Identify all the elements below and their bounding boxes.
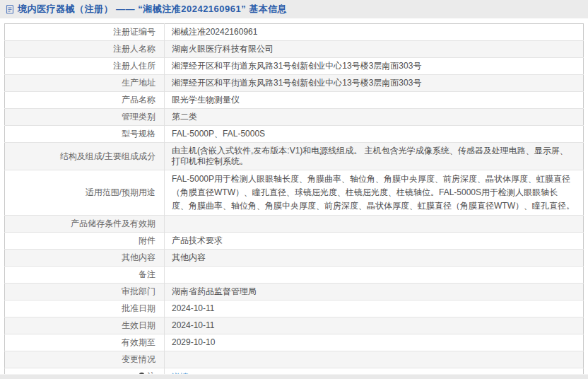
row-value: 湖南省药品监督管理局	[172, 286, 257, 296]
row-label-cell: 有效期至	[5, 334, 165, 351]
row-value: 2024-10-11	[172, 303, 215, 313]
row-value-cell: 2024-10-11	[165, 301, 584, 317]
row-label-cell: 结构及组成/主要组成成分	[5, 143, 165, 170]
row-value-cell: 湘械注准20242160961	[165, 24, 584, 41]
row-value: 其他内容	[172, 252, 206, 262]
row-value: 第二类	[172, 112, 197, 122]
row-value: 2029-10-10	[172, 337, 215, 347]
row-label-cell: 注册证编号	[5, 24, 165, 41]
row-label: 结构及组成/主要组成成分	[60, 151, 155, 161]
row-value-cell: 产品技术要求	[165, 233, 584, 250]
row-label: 有效期至	[122, 337, 155, 347]
row-value: 湘械注准20242160961	[172, 27, 257, 37]
row-label-cell: 变更情况	[5, 351, 165, 368]
table-row: 其他内容其他内容	[5, 250, 584, 267]
table-row: 附件产品技术要求	[5, 233, 584, 250]
row-label-cell: 附件	[5, 233, 165, 250]
row-value: 眼光学生物测量仪	[172, 95, 240, 105]
row-label-cell: 其他内容	[5, 250, 165, 267]
row-label: 备注	[139, 269, 155, 279]
row-value-cell: 第二类	[165, 109, 584, 126]
row-label: 注册人住所	[113, 61, 155, 71]
row-label: 生产地址	[122, 78, 155, 88]
table-row: 适用范围/预期用途FAL-5000P用于检测人眼眼轴长度、角膜曲率、轴位角、角膜…	[5, 170, 584, 216]
table-row: 型号规格FAL-5000P、FAL-5000S	[5, 126, 584, 143]
row-label-cell: 生产地址	[5, 75, 165, 92]
row-label: 注册证编号	[113, 27, 155, 37]
row-label: 产品储存条件及有效期	[71, 218, 155, 228]
row-value-cell: FAL-5000P、FAL-5000S	[165, 126, 584, 143]
row-value: 产品技术要求	[172, 235, 223, 245]
row-value: 湘潭经开区和平街道东风路31号创新创业中心13号楼3层南面303号	[172, 61, 421, 71]
table-row: 注册人住所湘潭经开区和平街道东风路31号创新创业中心13号楼3层南面303号	[5, 58, 584, 75]
row-value-cell: 其他内容	[165, 250, 584, 267]
row-label-cell: 管理类别	[5, 109, 165, 126]
row-label: 附件	[139, 235, 155, 245]
table-row: 注册证编号湘械注准20242160961	[5, 24, 584, 41]
row-value-cell: 2029-10-10	[165, 334, 584, 351]
row-value-cell: 眼光学生物测量仪	[165, 92, 584, 109]
table-row: 变更情况	[5, 351, 584, 368]
row-value-cell	[165, 351, 584, 368]
table-row: 备注	[5, 267, 584, 284]
row-label-cell: 适用范围/预期用途	[5, 170, 165, 216]
registration-detail-page: 境内医疗器械（注册） —— “湘械注准20242160961” 基本信息 注册证…	[0, 0, 588, 379]
document-icon	[5, 4, 15, 15]
table-row: 注册人名称湖南火眼医疗科技有限公司	[5, 41, 584, 58]
row-value: 湖南火眼医疗科技有限公司	[172, 44, 274, 54]
row-label: 适用范围/预期用途	[86, 187, 155, 197]
row-value-cell: 2024-10-11	[165, 317, 584, 334]
row-label: 其他内容	[122, 252, 155, 262]
row-value: 湘潭经开区和平街道东风路31号创新创业中心13号楼3层南面303号	[172, 78, 421, 88]
table-row: 批准日期2024-10-11	[5, 301, 584, 317]
row-label-cell: 批准日期	[5, 301, 165, 317]
row-label: 注册人名称	[113, 44, 155, 54]
row-label: 变更情况	[122, 354, 155, 364]
row-label-cell: 注册人住所	[5, 58, 165, 75]
table-row: 审批部门湖南省药品监督管理局	[5, 284, 584, 301]
row-value-cell: FAL-5000P用于检测人眼眼轴长度、角膜曲率、轴位角、角膜中央厚度、前房深度…	[165, 170, 584, 216]
row-label-cell: 注册人名称	[5, 41, 165, 58]
row-label-cell: 备注	[5, 267, 165, 284]
table-row: 产品名称眼光学生物测量仪	[5, 92, 584, 109]
registration-info-table: 注册证编号湘械注准20242160961注册人名称湖南火眼医疗科技有限公司注册人…	[4, 23, 584, 379]
table-row: 结构及组成/主要组成成分由主机(含嵌入式软件,发布版本:V1)和电源线组成。 主…	[5, 143, 584, 170]
row-label: 管理类别	[122, 112, 155, 122]
footer-strip	[0, 374, 588, 379]
row-label-cell: 产品名称	[5, 92, 165, 109]
row-value-cell: 湖南火眼医疗科技有限公司	[165, 41, 584, 58]
table-row: 生产地址湘潭经开区和平街道东风路31号创新创业中心13号楼3层南面303号	[5, 75, 584, 92]
row-label: 型号规格	[122, 129, 155, 139]
row-value: 由主机(含嵌入式软件,发布版本:V1)和电源线组成。 主机包含光学成像系统、传感…	[172, 146, 568, 166]
table-row: 产品储存条件及有效期	[5, 216, 584, 233]
row-value-cell: 由主机(含嵌入式软件,发布版本:V1)和电源线组成。 主机包含光学成像系统、传感…	[165, 143, 584, 170]
row-label-cell: 生效日期	[5, 317, 165, 334]
row-value-cell: 湘潭经开区和平街道东风路31号创新创业中心13号楼3层南面303号	[165, 58, 584, 75]
row-label: 批准日期	[122, 303, 155, 313]
table-row: 管理类别第二类	[5, 109, 584, 126]
row-value-cell	[165, 267, 584, 284]
row-value-cell	[165, 216, 584, 233]
row-value-cell: 湖南省药品监督管理局	[165, 284, 584, 301]
table-row: 有效期至2029-10-10	[5, 334, 584, 351]
row-label-cell: 产品储存条件及有效期	[5, 216, 165, 233]
page-title: 境内医疗器械（注册） —— “湘械注准20242160961” 基本信息	[18, 3, 287, 16]
row-value: 2024-10-11	[172, 320, 215, 330]
row-label: 生效日期	[122, 320, 155, 330]
row-label-cell: 审批部门	[5, 284, 165, 301]
table-row: 生效日期2024-10-11	[5, 317, 584, 334]
row-label: 审批部门	[122, 286, 155, 296]
row-label-cell: 型号规格	[5, 126, 165, 143]
row-value: FAL-5000P用于检测人眼眼轴长度、角膜曲率、轴位角、角膜中央厚度、前房深度…	[172, 174, 575, 211]
row-value: FAL-5000P、FAL-5000S	[172, 129, 265, 139]
row-label: 产品名称	[122, 95, 155, 105]
page-header: 境内医疗器械（注册） —— “湘械注准20242160961” 基本信息	[0, 0, 588, 18]
row-value-cell: 湘潭经开区和平街道东风路31号创新创业中心13号楼3层南面303号	[165, 75, 584, 92]
